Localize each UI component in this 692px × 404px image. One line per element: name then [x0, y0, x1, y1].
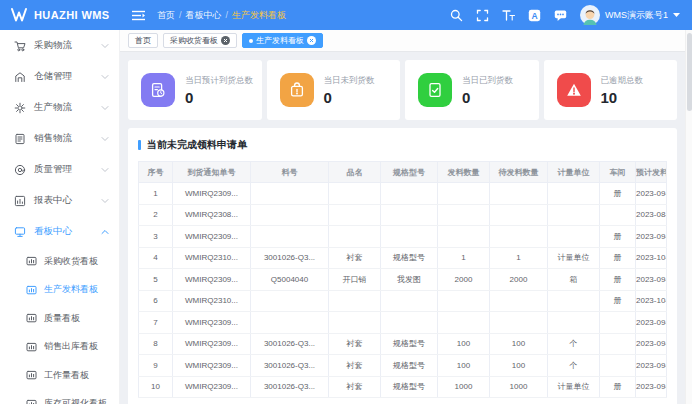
- cell-r10-c8: 计量单位: [548, 376, 600, 398]
- checkdoc-icon: [418, 73, 452, 107]
- stat-card-label: 当日已到货数: [462, 75, 513, 87]
- sidebar-subitem-4[interactable]: 销售出库看板: [0, 333, 119, 362]
- cell-r7-c7: [490, 312, 548, 334]
- cell-r9-c10: 2023-09-15: [636, 355, 667, 377]
- panel-header: 当前未完成领料申请单: [138, 138, 667, 152]
- cell-r3-c6: [438, 226, 490, 248]
- cell-r10-c5: 规格型号: [381, 376, 438, 398]
- tab-2[interactable]: 采购收货看板: [163, 33, 237, 48]
- sidebar-item-dashboard[interactable]: 看板中心: [0, 216, 119, 247]
- cell-r3-c9: 册: [600, 226, 636, 248]
- sidebar-subitem-label: 生产发料看板: [44, 283, 98, 296]
- cell-r10-c2: WMIRQ2309...: [173, 376, 251, 398]
- cell-r3-c3: [251, 226, 329, 248]
- cell-r4-c3: 3001026-Q3...: [251, 247, 329, 269]
- cell-r3-c7: [490, 226, 548, 248]
- scrollbar-thumb[interactable]: [687, 33, 692, 111]
- col-header-6: 发料数量: [438, 162, 490, 183]
- table-row: 5WMIRQ2309...Q5004040开口销我发图20002000箱册202…: [139, 269, 667, 291]
- tab-close-icon[interactable]: [221, 36, 230, 45]
- stat-card-text: 当日预计到货总数0: [185, 75, 253, 105]
- cell-r7-c10: 2023-09-05: [636, 312, 667, 334]
- sidebar-subitem-3[interactable]: 质量看板: [0, 304, 119, 333]
- sidebar-subitem-6[interactable]: 库存可视化看板: [0, 390, 119, 404]
- brand-logo[interactable]: HUAZHI WMS: [0, 0, 120, 30]
- table-row: 1WMIRQ2309...册2023-09-05: [139, 183, 667, 205]
- tab-close-icon[interactable]: [307, 36, 316, 45]
- tab-1[interactable]: 首页: [128, 33, 158, 48]
- cell-r1-c1: 1: [139, 183, 173, 205]
- table-row: 9WMIRQ2309...3001026-Q3...衬套规格型号100100个2…: [139, 355, 667, 377]
- cell-r3-c5: [381, 226, 438, 248]
- user-menu[interactable]: WMS演示账号1: [580, 5, 680, 25]
- page-scrollbar[interactable]: [685, 30, 692, 404]
- sidebar-item-cart[interactable]: 采购物流: [0, 30, 119, 61]
- stat-card-value: 0: [185, 90, 253, 105]
- sidebar-subitem-5[interactable]: 工作量看板: [0, 361, 119, 390]
- cell-r7-c1: 7: [139, 312, 173, 334]
- breadcrumb-item-2[interactable]: 看板中心: [186, 9, 222, 22]
- font-size-icon[interactable]: [502, 9, 515, 22]
- sidebar-item-label: 销售物流: [34, 132, 72, 145]
- breadcrumb-item-1[interactable]: 首页: [157, 9, 175, 22]
- cell-r9-c7: 100: [490, 355, 548, 377]
- cell-r5-c6: 2000: [438, 269, 490, 291]
- cell-r3-c2: WMIRQ2309...: [173, 226, 251, 248]
- cell-r4-c10: 2023-10-12: [636, 247, 667, 269]
- sidebar-item-quality[interactable]: 质量管理: [0, 154, 119, 185]
- sidebar-collapse-icon[interactable]: [132, 10, 145, 21]
- warehouse-icon: [14, 71, 26, 83]
- sidebar-item-production[interactable]: 生产物流: [0, 92, 119, 123]
- table-row: 7WMIRQ2309...2023-09-05: [139, 312, 667, 334]
- cell-r6-c8: [548, 290, 600, 312]
- breadcrumb: 首页/看板中心/生产发料看板: [157, 9, 286, 22]
- quality-icon: [14, 164, 26, 176]
- col-header-4: 品名: [329, 162, 381, 183]
- tab-3[interactable]: 生产发料看板: [242, 33, 323, 48]
- cell-r8-c1: 8: [139, 333, 173, 355]
- board-icon: [26, 342, 37, 352]
- tab-label: 首页: [135, 35, 151, 46]
- stat-cards: 当日预计到货总数0当日未到货数0当日已到货数0已逾期总数10: [128, 60, 677, 120]
- top-main: 首页/看板中心/生产发料看板 AWMS演示账号1: [120, 0, 692, 30]
- cell-r5-c10: 2023-09-20: [636, 269, 667, 291]
- message-icon[interactable]: [554, 9, 567, 22]
- cell-r6-c4: [329, 290, 381, 312]
- sidebar-item-report[interactable]: 报表中心: [0, 185, 119, 216]
- stat-card-value: 10: [601, 90, 644, 105]
- search-icon[interactable]: [450, 9, 463, 22]
- main-content: 当日预计到货总数0当日未到货数0当日已到货数0已逾期总数10 当前未完成领料申请…: [120, 52, 685, 404]
- cell-r2-c1: 2: [139, 204, 173, 226]
- cell-r4-c4: 衬套: [329, 247, 381, 269]
- sidebar-subitem-1[interactable]: 采购收货看板: [0, 247, 119, 276]
- table-row: 4WMIRQ2310...3001026-Q3...衬套规格型号11计量单位册2…: [139, 247, 667, 269]
- caret-down-icon: [673, 13, 680, 18]
- cell-r4-c7: 1: [490, 247, 548, 269]
- table-row: 6WMIRQ2310...册2023-10-12: [139, 290, 667, 312]
- sidebar-item-warehouse[interactable]: 仓储管理: [0, 61, 119, 92]
- cell-r8-c3: 3001026-Q3...: [251, 333, 329, 355]
- cell-r10-c6: 1000: [438, 376, 490, 398]
- translate-icon[interactable]: A: [528, 9, 541, 22]
- brand-title: HUAZHI WMS: [34, 9, 110, 21]
- chevron-down-icon: [101, 74, 109, 80]
- cell-r1-c7: [490, 183, 548, 205]
- user-avatar: [580, 5, 600, 25]
- stat-card-4: 已逾期总数10: [544, 60, 678, 120]
- cell-r3-c10: 2023-09-20: [636, 226, 667, 248]
- stat-card-text: 当日已到货数0: [462, 75, 513, 105]
- cell-r6-c3: [251, 290, 329, 312]
- cell-r5-c5: 我发图: [381, 269, 438, 291]
- cell-r5-c7: 2000: [490, 269, 548, 291]
- sidebar-subitem-2[interactable]: 生产发料看板: [0, 276, 119, 305]
- fullscreen-icon[interactable]: [476, 9, 489, 22]
- sidebar-item-sales[interactable]: 销售物流: [0, 123, 119, 154]
- stat-card-3: 当日已到货数0: [405, 60, 539, 120]
- stat-card-value: 0: [462, 90, 513, 105]
- cell-r2-c10: 2023-08-25: [636, 204, 667, 226]
- cell-r5-c9: 册: [600, 269, 636, 291]
- stat-card-text: 当日未到货数0: [324, 75, 375, 105]
- stat-card-label: 已逾期总数: [601, 75, 644, 87]
- chevron-up-icon: [101, 229, 109, 235]
- cell-r10-c4: 衬套: [329, 376, 381, 398]
